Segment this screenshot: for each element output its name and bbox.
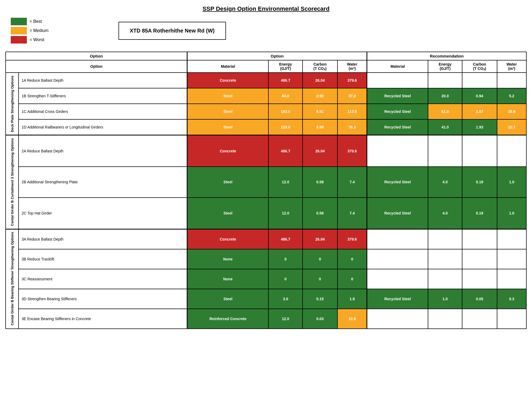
group-label-1: Cental Girder B Curtailment 3 Strengthen… [6,135,19,229]
rec-col-2-1A [462,73,497,88]
rec-water-header: Water(m³) [497,60,526,73]
rec-col-2-1D: 1.93 [462,119,497,135]
opt-col-0-1A: Concrete [187,73,268,88]
opt-col-3-2C: 7.4 [337,198,367,229]
opt-col-2-3E: 0.03 [303,309,337,329]
legend-medium: = Medium [11,27,49,34]
top-section: = Best = Medium = Worst XTD 85A Rotherhi… [5,18,527,44]
opt-col-2-1B: 2.92 [303,88,337,104]
opt-col-0-2A: Concrete [187,135,268,167]
rec-col-2-1C: 2.87 [462,104,497,119]
rec-col-0-3E [367,309,428,329]
opt-col-3-1D: 76.3 [337,119,367,135]
option-name-3D: 3D Strengthen Bearing Stiffeners [19,289,187,309]
rec-col-3-1B: 5.2 [497,88,526,104]
option-name-1C: 1C Additional Cross Girders [19,104,187,119]
opt-col-1-3D: 3.0 [268,289,303,309]
opt-col-0-1B: Steel [187,88,268,104]
rec-col-2-3B [462,249,497,269]
rec-col-3-1C: 15.9 [497,104,526,119]
option-name-1A: 1A Reduce Ballast Depth [19,73,187,88]
opt-col-3-3D: 1.9 [337,289,367,309]
opt-col-1-1B: 60.0 [268,88,303,104]
option-name-1B: 1B Strengthen T-Stiffeners [19,88,187,104]
opt-energy-header: Energy(GJ/T) [268,60,303,73]
opt-col-1-3E: 12.0 [268,309,303,329]
rec-col-0-3B [367,249,428,269]
rec-col-1-2B: 4.0 [428,167,462,198]
opt-col-2-3B: 0 [303,249,337,269]
rec-col-3-2B: 1.0 [497,167,526,198]
legend-best: = Best [11,18,49,25]
legend: = Best = Medium = Worst [11,18,49,44]
opt-col-1-3C: 0 [268,269,303,289]
rec-carbon-header: Carbon(T CO₂) [462,60,497,73]
opt-col-0-3A: Concrete [187,229,268,249]
legend-best-label: = Best [30,19,42,24]
option-name-1D: 1D Additional Railbearers or Longitudina… [19,119,187,135]
opt-col-3-3C: 0 [337,269,367,289]
rec-col-3-3B [497,249,526,269]
opt-col-3-3E: 10.5 [337,309,367,329]
opt-col-1-3B: 0 [268,249,303,269]
opt-col-0-1C: Steel [187,104,268,119]
rec-col-3-3A [497,229,526,249]
opt-col-0-1D: Steel [187,119,268,135]
rec-col-2-3D: 0.05 [462,289,497,309]
opt-col-1-1A: 486.7 [268,73,303,88]
opt-material-header: Material [187,60,268,73]
opt-col-1-2B: 12.0 [268,167,303,198]
opt-col-1-3A: 486.7 [268,229,303,249]
opt-col-0-2C: Steel [187,198,268,229]
rec-col-1-3E [428,309,462,329]
opt-col-2-3C: 0 [303,269,337,289]
option-name-3B: 3B Reduce Tracklift [19,249,187,269]
opt-water-header: Water(m³) [337,60,367,73]
rec-col-0-1D: Recycled Steel [367,119,428,135]
rec-col-2-2C: 0.19 [462,198,497,229]
recommendation-section-header: Recommendation [367,52,526,60]
rec-col-0-3A [367,229,428,249]
opt-col-0-3B: None [187,249,268,269]
project-box: XTD 85A Rotherhithe New Rd (W) [118,22,226,40]
legend-medium-box [11,27,27,34]
rec-col-0-3D: Recycled Steel [367,289,428,309]
opt-col-2-1C: 8.91 [303,104,337,119]
rec-col-3-2C: 1.0 [497,198,526,229]
rec-col-3-1A [497,73,526,88]
rec-material-header: Material [367,60,428,73]
page-title: SSP Design Option Environmental Scorecar… [5,5,527,12]
legend-worst-box [11,36,27,44]
option-name-3A: 3A Reduce Ballast Depth [19,229,187,249]
rec-col-2-2B: 0.19 [462,167,497,198]
legend-worst-label: = Worst [30,37,44,42]
rec-col-0-3C [367,269,428,289]
opt-col-2-3A: 26.04 [303,229,337,249]
opt-col-2-2B: 0.58 [303,167,337,198]
rec-col-0-1B: Recycled Steel [367,88,428,104]
rec-col-1-1C: 61.0 [428,104,462,119]
opt-col-3-1A: 379.6 [337,73,367,88]
legend-medium-label: = Medium [30,28,49,33]
group-label-0: Deck Plate Strengthening Options [6,73,19,135]
rec-col-2-2A [462,135,497,167]
opt-col-1-1C: 183.0 [268,104,303,119]
legend-worst: = Worst [11,36,49,44]
rec-col-2-3E [462,309,497,329]
opt-col-2-1A: 26.04 [303,73,337,88]
rec-col-0-2A [367,135,428,167]
opt-col-3-2A: 379.6 [337,135,367,167]
rec-energy-header: Energy(GJ/T) [428,60,462,73]
opt-col-2-2C: 0.58 [303,198,337,229]
rec-col-2-3C [462,269,497,289]
rec-col-0-2C: Recycled Steel [367,198,428,229]
rec-col-3-3C [497,269,526,289]
rec-col-1-3C [428,269,462,289]
rec-col-1-2C: 4.0 [428,198,462,229]
opt-col-0-3C: None [187,269,268,289]
opt-col-3-1C: 113.5 [337,104,367,119]
rec-col-1-3A [428,229,462,249]
rec-col-1-1B: 20.0 [428,88,462,104]
rec-col-3-2A [497,135,526,167]
rec-col-3-3E [497,309,526,329]
